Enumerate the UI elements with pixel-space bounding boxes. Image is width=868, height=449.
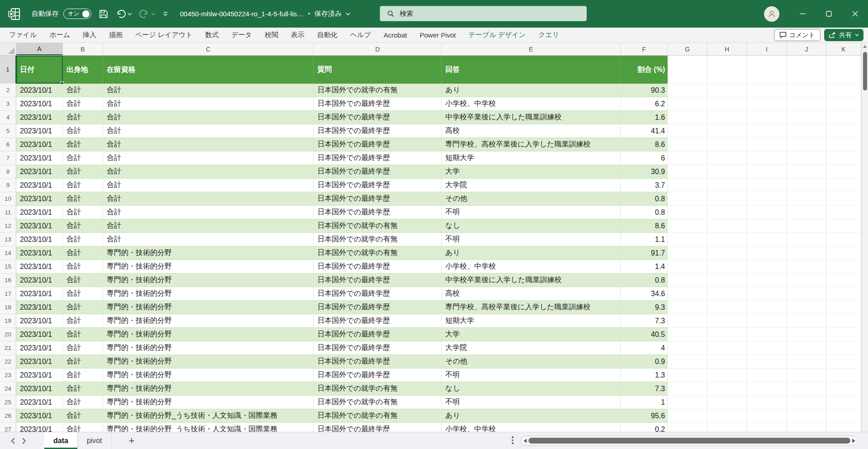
cell-E2[interactable]: あり — [442, 84, 621, 97]
customize-toolbar-button[interactable] — [163, 12, 168, 16]
cell-B21[interactable]: 合計 — [63, 341, 103, 355]
cell-C14[interactable]: 専門的・技術的分野 — [103, 246, 314, 260]
vertical-scrollbar[interactable] — [861, 43, 868, 432]
cell-G9[interactable] — [668, 179, 708, 192]
cell-C16[interactable]: 専門的・技術的分野 — [103, 274, 314, 287]
cell-K3[interactable] — [826, 97, 861, 111]
cell-C11[interactable]: 合計 — [103, 206, 314, 219]
cell-J15[interactable] — [787, 260, 826, 274]
cell-E8[interactable]: 大学 — [442, 165, 621, 179]
cell-A7[interactable]: 2023/10/1 — [16, 151, 63, 165]
cell-G8[interactable] — [668, 165, 708, 179]
cell-E27[interactable]: 小学校、中学校 — [442, 423, 621, 432]
column-header-G[interactable]: G — [668, 43, 708, 55]
cell-K27[interactable] — [826, 423, 861, 432]
cell-I17[interactable] — [747, 287, 787, 301]
cell-D15[interactable]: 日本国外での最終学歴 — [314, 260, 442, 274]
ribbon-tab-14[interactable]: テーブル デザイン — [462, 28, 532, 43]
cell-I25[interactable] — [747, 396, 787, 409]
cell-I19[interactable] — [747, 314, 787, 328]
cell-B25[interactable]: 合計 — [63, 396, 103, 409]
cell-I14[interactable] — [747, 246, 787, 260]
cell-H9[interactable] — [708, 179, 747, 192]
cell-K14[interactable] — [826, 246, 861, 260]
cell-A18[interactable]: 2023/10/1 — [16, 301, 63, 314]
cell-J5[interactable] — [787, 124, 826, 138]
cell-D18[interactable]: 日本国外での最終学歴 — [314, 301, 442, 314]
cell-F21[interactable]: 4 — [621, 341, 668, 355]
cell-G12[interactable] — [668, 219, 708, 233]
column-header-K[interactable]: K — [826, 43, 861, 55]
row-number-17[interactable]: 17 — [0, 287, 16, 301]
cell-B17[interactable]: 合計 — [63, 287, 103, 301]
row-number-2[interactable]: 2 — [0, 84, 16, 97]
cell-D13[interactable]: 日本国外での就学の有無 — [314, 233, 442, 246]
cell-A9[interactable]: 2023/10/1 — [16, 179, 63, 192]
cell-G25[interactable] — [668, 396, 708, 409]
cell-K18[interactable] — [826, 301, 861, 314]
cell-J16[interactable] — [787, 274, 826, 287]
cell-G18[interactable] — [668, 301, 708, 314]
ribbon-tab-12[interactable]: Acrobat — [377, 28, 414, 43]
more-options-icon[interactable] — [512, 436, 514, 444]
column-header-B[interactable]: B — [63, 43, 103, 55]
cell-E14[interactable]: あり — [442, 246, 621, 260]
cell-F1[interactable]: 割合 (%) — [621, 56, 668, 84]
row-number-5[interactable]: 5 — [0, 124, 16, 138]
maximize-button[interactable] — [816, 0, 842, 28]
save-button[interactable] — [99, 9, 108, 19]
cell-D20[interactable]: 日本国外での最終学歴 — [314, 328, 442, 341]
row-number-15[interactable]: 15 — [0, 260, 16, 274]
cell-G14[interactable] — [668, 246, 708, 260]
cell-G6[interactable] — [668, 138, 708, 151]
excel-app-icon[interactable] — [8, 8, 20, 20]
cell-H20[interactable] — [708, 328, 747, 341]
cell-I4[interactable] — [747, 111, 787, 124]
column-header-I[interactable]: I — [747, 43, 787, 55]
cell-H27[interactable] — [708, 423, 747, 432]
cell-A12[interactable]: 2023/10/1 — [16, 219, 63, 233]
cell-J19[interactable] — [787, 314, 826, 328]
cell-F12[interactable]: 8.6 — [621, 219, 668, 233]
cell-H26[interactable] — [708, 409, 747, 423]
ribbon-tab-1[interactable]: ファイル — [3, 28, 43, 43]
cell-J4[interactable] — [787, 111, 826, 124]
cell-F2[interactable]: 90.3 — [621, 84, 668, 97]
cell-A19[interactable]: 2023/10/1 — [16, 314, 63, 328]
cell-K6[interactable] — [826, 138, 861, 151]
cell-D4[interactable]: 日本国外での最終学歴 — [314, 111, 442, 124]
cell-H25[interactable] — [708, 396, 747, 409]
cell-D21[interactable]: 日本国外での最終学歴 — [314, 341, 442, 355]
cell-C25[interactable]: 専門的・技術的分野 — [103, 396, 314, 409]
cell-I11[interactable] — [747, 206, 787, 219]
horizontal-scrollbar[interactable] — [521, 436, 858, 445]
cell-E19[interactable]: 短期大学 — [442, 314, 621, 328]
cell-C24[interactable]: 専門的・技術的分野 — [103, 382, 314, 396]
cell-B9[interactable]: 合計 — [63, 179, 103, 192]
cell-B5[interactable]: 合計 — [63, 124, 103, 138]
cell-F7[interactable]: 6 — [621, 151, 668, 165]
cell-I16[interactable] — [747, 274, 787, 287]
cell-J18[interactable] — [787, 301, 826, 314]
cell-F19[interactable]: 7.3 — [621, 314, 668, 328]
close-button[interactable] — [842, 0, 868, 28]
cell-B11[interactable]: 合計 — [63, 206, 103, 219]
cell-D22[interactable]: 日本国外での最終学歴 — [314, 355, 442, 369]
cell-G26[interactable] — [668, 409, 708, 423]
cell-A14[interactable]: 2023/10/1 — [16, 246, 63, 260]
cell-B20[interactable]: 合計 — [63, 328, 103, 341]
cell-F16[interactable]: 0.8 — [621, 274, 668, 287]
column-header-J[interactable]: J — [787, 43, 826, 55]
scroll-left-icon[interactable] — [524, 439, 527, 443]
cell-G11[interactable] — [668, 206, 708, 219]
cell-F15[interactable]: 1.4 — [621, 260, 668, 274]
cell-A26[interactable]: 2023/10/1 — [16, 409, 63, 423]
cell-J10[interactable] — [787, 192, 826, 206]
cell-D10[interactable]: 日本国外での最終学歴 — [314, 192, 442, 206]
row-number-7[interactable]: 7 — [0, 151, 16, 165]
cell-G7[interactable] — [668, 151, 708, 165]
cell-B10[interactable]: 合計 — [63, 192, 103, 206]
cell-H21[interactable] — [708, 341, 747, 355]
row-number-24[interactable]: 24 — [0, 382, 16, 396]
cell-B16[interactable]: 合計 — [63, 274, 103, 287]
